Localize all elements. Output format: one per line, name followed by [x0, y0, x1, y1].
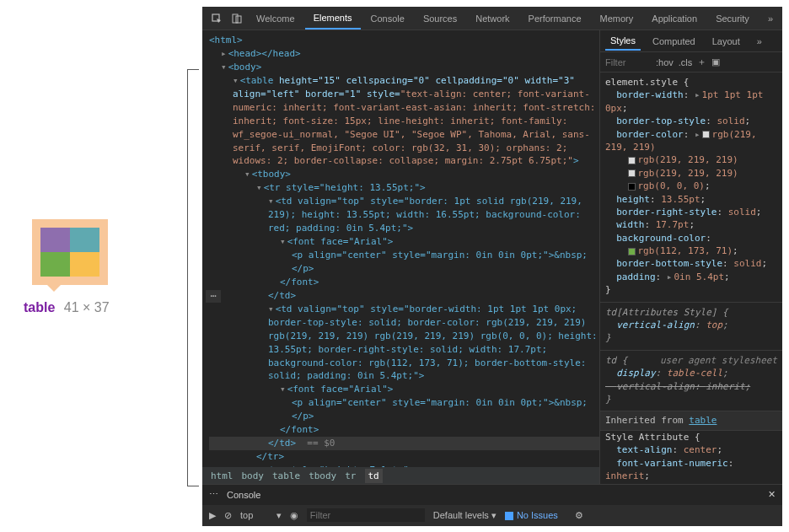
computed-styles-icon[interactable]: ▣	[711, 56, 720, 67]
cell-preview	[70, 228, 99, 252]
cell-preview	[70, 252, 99, 277]
styles-pane: Styles Computed Layout » :hov .cls ＋ ▣ e…	[599, 30, 782, 484]
node-p[interactable]: <p align="center" style="margin: 0in 0in…	[292, 397, 588, 422]
node-font[interactable]: <font face="Arial">	[287, 384, 394, 395]
inspect-tooltip: table 41 × 37	[24, 300, 177, 315]
live-expression-icon[interactable]: ◉	[290, 510, 298, 521]
tooltip-dimensions: 41 × 37	[64, 300, 110, 314]
elements-dom-tree: <html> ▸<head></head> ▾<body> ▾<table he…	[202, 30, 599, 484]
node-body[interactable]: <body>	[228, 62, 262, 73]
gutter-overflow-icon[interactable]: ⋯	[206, 290, 221, 303]
tab-application[interactable]: Application	[643, 8, 706, 29]
subtab-styles[interactable]: Styles	[605, 32, 641, 51]
hov-toggle[interactable]: :hov	[656, 57, 674, 67]
clear-console-icon[interactable]: ⊘	[224, 510, 232, 521]
styles-filter-bar: :hov .cls ＋ ▣	[600, 52, 782, 73]
inspected-element-thumbnail	[32, 219, 108, 285]
color-swatch-icon[interactable]	[628, 183, 636, 191]
cell-preview	[40, 228, 70, 252]
node-td-close[interactable]: </td>	[268, 290, 296, 301]
rule-selector[interactable]: element.style {	[605, 76, 777, 89]
breadcrumb-item[interactable]: tr	[345, 470, 356, 481]
color-swatch-icon[interactable]	[628, 157, 636, 164]
color-swatch-icon[interactable]	[628, 169, 636, 177]
breadcrumb-item[interactable]: tbody	[309, 470, 336, 481]
tab-memory[interactable]: Memory	[592, 8, 642, 29]
tab-elements[interactable]: Elements	[305, 8, 361, 30]
device-toolbar-icon[interactable]	[228, 10, 246, 27]
subtab-overflow[interactable]: »	[752, 33, 767, 50]
dom-tree-content[interactable]: <html> ▸<head></head> ▾<body> ▾<table he…	[202, 30, 599, 467]
tab-network[interactable]: Network	[467, 8, 518, 29]
tab-performance[interactable]: Performance	[520, 8, 590, 29]
subtab-layout[interactable]: Layout	[707, 33, 745, 50]
rule-selector[interactable]: td {user agent stylesheet	[605, 354, 777, 367]
node-p[interactable]: <p align="center" style="margin: 0in 0in…	[292, 250, 588, 274]
svg-rect-2	[236, 16, 241, 23]
console-toolbar: ▶ ⊘ top ▾ ◉ Default levels ▾ No Issues ⚙	[202, 505, 782, 526]
breadcrumb: html body table tbody tr td	[202, 467, 599, 484]
color-swatch-icon[interactable]	[702, 131, 710, 138]
node-head[interactable]: <head></head>	[228, 48, 301, 59]
annotation-bracket	[187, 69, 199, 486]
tab-welcome[interactable]: Welcome	[248, 8, 303, 29]
inspect-element-icon[interactable]	[207, 10, 226, 27]
styles-filter-input[interactable]	[605, 57, 651, 67]
breadcrumb-item[interactable]: table	[272, 470, 300, 481]
node-font-close[interactable]: </font>	[280, 424, 319, 435]
breadcrumb-item-selected[interactable]: td	[365, 469, 383, 483]
tab-security[interactable]: Security	[707, 8, 758, 29]
color-swatch-icon[interactable]	[628, 248, 636, 255]
console-drawer: ⋯ Console ✕ ▶ ⊘ top ▾ ◉ Default levels ▾…	[202, 484, 782, 526]
node-td[interactable]: ▾<td valign="top" style="border: 1pt sol…	[209, 195, 599, 235]
close-drawer-icon[interactable]: ✕	[768, 489, 776, 500]
node-td[interactable]: ▾<td valign="top" style="border-width: 1…	[209, 303, 599, 384]
selected-node[interactable]: </td> == $0	[209, 437, 599, 450]
breadcrumb-item[interactable]: body	[242, 470, 265, 481]
new-style-rule-icon[interactable]: ＋	[697, 56, 706, 68]
console-settings-icon[interactable]: ⚙	[575, 510, 583, 521]
tab-console[interactable]: Console	[362, 8, 413, 29]
drawer-menu-icon[interactable]: ⋯	[209, 489, 218, 500]
node-html[interactable]: <html>	[209, 35, 243, 46]
tooltip-tagname: table	[24, 300, 55, 314]
subtab-computed[interactable]: Computed	[647, 33, 700, 50]
gear-icon[interactable]: ⚙	[785, 9, 789, 28]
console-filter-input[interactable]	[307, 508, 425, 522]
node-font-close[interactable]: </font>	[280, 277, 319, 287]
styles-subtabs: Styles Computed Layout »	[600, 30, 782, 52]
main-tabbar: Welcome Elements Console Sources Network…	[202, 7, 782, 30]
breadcrumb-item[interactable]: html	[211, 470, 233, 481]
rule-selector[interactable]: td[Attributes Style] {	[605, 306, 777, 319]
devtools-window: Welcome Elements Console Sources Network…	[202, 7, 782, 526]
node-font[interactable]: <font face="Arial">	[287, 236, 394, 247]
inherited-from-header: Inherited from table	[600, 411, 782, 430]
node-tr[interactable]: <tr style="height: 13.55pt;">	[264, 182, 426, 193]
cls-toggle[interactable]: .cls	[679, 57, 693, 67]
tab-sources[interactable]: Sources	[415, 8, 465, 29]
node-tr-close[interactable]: </tr>	[256, 451, 284, 462]
console-sidebar-toggle-icon[interactable]: ▶	[209, 510, 216, 521]
rule-selector[interactable]: Style Attribute {	[605, 431, 777, 443]
styles-rules[interactable]: element.style { border-width: 1pt 1pt 1p…	[600, 73, 782, 484]
drawer-tab-console[interactable]: Console	[227, 490, 260, 500]
cell-preview	[40, 252, 70, 277]
context-selector[interactable]: top ▾	[240, 510, 282, 521]
log-levels-selector[interactable]: Default levels ▾	[433, 510, 496, 521]
issues-indicator[interactable]: No Issues	[505, 510, 558, 520]
node-tbody[interactable]: <tbody>	[252, 169, 291, 180]
tabs-overflow[interactable]: »	[759, 8, 781, 29]
node-table[interactable]: ▾<table height="15" cellspacing="0" cell…	[209, 74, 599, 169]
